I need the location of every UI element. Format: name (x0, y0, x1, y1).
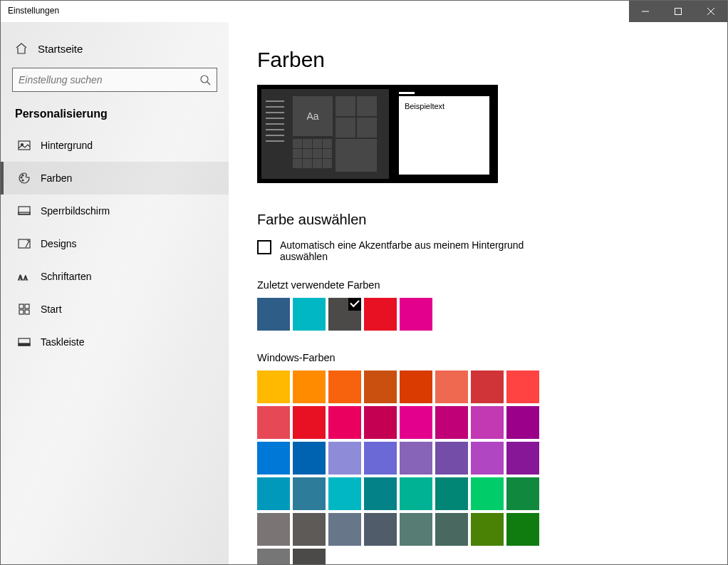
windows-color-swatch[interactable] (435, 406, 468, 439)
windows-color-swatch[interactable] (364, 370, 397, 403)
windows-color-swatch[interactable] (293, 406, 326, 439)
windows-color-swatch[interactable] (257, 477, 290, 510)
windows-color-swatch[interactable] (257, 370, 290, 403)
windows-color-swatch[interactable] (328, 477, 361, 510)
windows-color-swatch[interactable] (400, 442, 432, 475)
recent-color-swatch[interactable] (293, 298, 326, 331)
recent-color-swatch[interactable] (400, 298, 432, 331)
windows-color-swatch[interactable] (506, 442, 539, 475)
auto-accent-label: Automatisch eine Akzentfarbe aus meinem … (280, 239, 556, 262)
windows-color-swatch[interactable] (471, 442, 504, 475)
sidebar-item-label: Schriftarten (41, 271, 92, 282)
windows-color-swatch[interactable] (435, 370, 468, 403)
image-icon (18, 139, 31, 152)
windows-color-swatch[interactable] (364, 477, 397, 510)
checkbox-box (257, 240, 271, 254)
sidebar-item-hintergrund[interactable]: Hintergrund (1, 129, 229, 162)
svg-rect-18 (19, 310, 24, 314)
windows-color-swatch[interactable] (506, 406, 539, 439)
windows-color-swatch[interactable] (328, 370, 361, 403)
windows-color-swatch[interactable] (364, 406, 397, 439)
design-icon (18, 237, 31, 250)
taskbar-icon (18, 336, 31, 348)
preview-tiles: Aa (293, 93, 385, 175)
windows-color-swatch[interactable] (435, 513, 468, 546)
windows-color-swatch[interactable] (400, 513, 432, 546)
preview-window-area: Beispieltext (395, 89, 494, 179)
svg-rect-19 (25, 310, 29, 314)
windows-color-swatch[interactable] (257, 513, 290, 546)
windows-color-swatch[interactable] (400, 370, 432, 403)
windows-color-swatch[interactable] (435, 477, 468, 510)
nav-list: HintergrundFarbenSperrbildschirmDesignsA… (1, 129, 229, 358)
sidebar-item-designs[interactable]: Designs (1, 227, 229, 260)
search-icon (199, 74, 211, 85)
windows-color-swatch[interactable] (471, 477, 504, 510)
windows-color-swatch[interactable] (293, 477, 326, 510)
auto-accent-checkbox[interactable]: Automatisch eine Akzentfarbe aus meinem … (257, 239, 556, 262)
body: Startseite Personalisierung HintergrundF… (1, 22, 727, 564)
windows-color-swatch[interactable] (257, 406, 290, 439)
windows-color-swatch[interactable] (293, 370, 326, 403)
svg-point-10 (22, 180, 24, 181)
recent-color-swatch[interactable] (328, 298, 361, 331)
windows-colors-grid (257, 370, 699, 564)
windows-color-swatch[interactable] (471, 370, 504, 403)
windows-color-swatch[interactable] (328, 406, 361, 439)
home-icon (15, 42, 28, 55)
settings-window: Einstellungen Startseite (0, 0, 728, 565)
windows-color-swatch[interactable] (293, 442, 326, 475)
windows-color-swatch[interactable] (471, 406, 504, 439)
windows-color-swatch[interactable] (328, 442, 361, 475)
window-title: Einstellungen (1, 1, 629, 22)
sidebar-search[interactable] (12, 68, 217, 92)
preview-sample-text: Beispieltext (399, 96, 489, 175)
close-button[interactable] (695, 1, 727, 22)
palette-icon (18, 172, 31, 185)
windows-color-swatch[interactable] (506, 370, 539, 403)
font-icon: AA (18, 270, 31, 283)
sidebar-item-taskleiste[interactable]: Taskleiste (1, 326, 229, 358)
windows-color-swatch[interactable] (400, 406, 432, 439)
windows-color-swatch[interactable] (293, 549, 326, 564)
preview-menu-lines (266, 93, 290, 175)
sidebar-item-start[interactable]: Start (1, 293, 229, 326)
theme-preview: Aa Beispieltext (257, 85, 498, 183)
section-choose-color: Farbe auswählen (257, 212, 699, 228)
windows-color-swatch[interactable] (506, 513, 539, 546)
sidebar-item-farben[interactable]: Farben (1, 162, 229, 195)
sidebar-item-label: Start (41, 304, 62, 315)
maximize-button[interactable] (662, 1, 695, 22)
search-input[interactable] (19, 74, 199, 85)
windows-color-swatch[interactable] (400, 477, 432, 510)
home-label: Startseite (38, 43, 83, 55)
svg-point-8 (21, 177, 22, 178)
window-controls (629, 1, 727, 22)
preview-aa: Aa (293, 96, 333, 136)
windows-color-swatch[interactable] (506, 477, 539, 510)
main-pane: Farben Aa (229, 22, 727, 564)
recent-color-swatch[interactable] (257, 298, 290, 331)
recent-color-swatch[interactable] (364, 298, 397, 331)
windows-color-swatch[interactable] (471, 513, 504, 546)
windows-color-swatch[interactable] (293, 513, 326, 546)
sidebar-item-label: Taskleiste (41, 336, 84, 348)
windows-color-swatch[interactable] (257, 549, 290, 564)
windows-color-swatch[interactable] (364, 442, 397, 475)
sidebar-item-label: Hintergrund (41, 140, 93, 151)
home-link[interactable]: Startseite (1, 29, 229, 68)
svg-line-5 (207, 82, 210, 85)
sidebar-item-sperrbildschirm[interactable]: Sperrbildschirm (1, 195, 229, 227)
svg-rect-17 (25, 304, 29, 309)
sidebar-item-label: Designs (41, 238, 77, 249)
svg-point-9 (22, 175, 24, 176)
svg-text:A: A (24, 275, 28, 281)
windows-color-swatch[interactable] (257, 442, 290, 475)
minimize-button[interactable] (629, 1, 662, 22)
windows-color-swatch[interactable] (364, 513, 397, 546)
windows-color-swatch[interactable] (435, 442, 468, 475)
titlebar: Einstellungen (1, 1, 727, 22)
windows-color-swatch[interactable] (328, 513, 361, 546)
sidebar-item-schriftarten[interactable]: AASchriftarten (1, 260, 229, 293)
start-icon (18, 303, 31, 316)
